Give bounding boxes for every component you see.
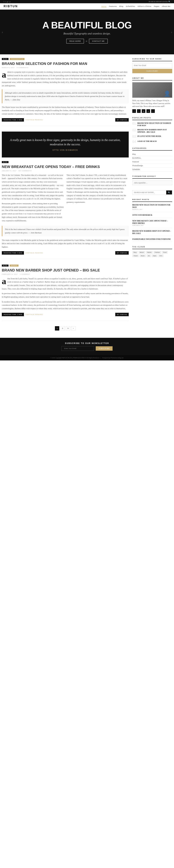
popular-post-title-2: BRAND NEW BARBER SHOP JUST OPENED – BIG … — [137, 128, 172, 133]
sidebar: SUBSCRIBE TO OUR NEWS SUBSCRIBE! ABOUT M… — [132, 58, 172, 334]
about-facebook-icon[interactable]: f — [132, 109, 136, 113]
subscribe-button[interactable]: SUBSCRIBE! — [132, 69, 172, 73]
nav-schedules[interactable]: Schedules — [126, 5, 135, 7]
nav-pages[interactable]: Pages — [154, 5, 160, 7]
popular-post-2[interactable]: 02 BRAND NEW BARBER SHOP JUST OPENED – B… — [132, 128, 172, 133]
hero-contact-button[interactable]: CONTACT ME — [89, 39, 108, 43]
article-meta-cafe: JANUARY 8, 2017 NO COMMENTS — [2, 170, 129, 172]
article-intro: ashion is a popular style or practice, e… — [2, 70, 129, 87]
hero-read-more-button[interactable]: READ MORE — [66, 39, 84, 43]
top-search[interactable]: SEARCH AND HIT ENTER 🔍 — [149, 1, 170, 3]
article-meta-fashion: MARCH 5, 2017 5 COMMENTS — [2, 67, 129, 68]
author-barber: BY: RIBTUN — [115, 313, 129, 316]
page-next-button[interactable]: › — [71, 326, 76, 331]
google-icon[interactable]: g+ — [7, 1, 9, 3]
nav-home[interactable]: Home — [101, 5, 107, 7]
brand-logo[interactable]: RIBTUN — [4, 5, 18, 8]
about-twitter-icon[interactable]: t — [137, 109, 141, 113]
popular-post-num-4: 04 — [132, 140, 136, 143]
continue-reading-cafe[interactable]: Continue reading — [25, 252, 114, 254]
twitter-icon[interactable]: t — [5, 1, 6, 3]
tag-cloud-art[interactable]: Art — [147, 254, 151, 257]
page-2-button[interactable]: 2 — [60, 326, 65, 331]
nav-blog[interactable]: Blog — [119, 5, 123, 7]
article-comments-barber: 1 COMMENT — [20, 274, 30, 275]
tag-cloud-fashion[interactable]: Fashion — [153, 251, 161, 254]
search-button[interactable]: 🔍 — [166, 190, 172, 194]
page-1-button[interactable]: 1 — [55, 326, 59, 331]
tag-barber[interactable]: Barber — [9, 265, 19, 267]
nav-features[interactable]: Features — [109, 5, 117, 7]
tag-cloud-nyc[interactable]: NYc — [158, 254, 164, 257]
article-extra: The Haute house was the name established… — [2, 105, 129, 116]
recent-post-1[interactable]: BRAND NEW SELECTION OF FASHION FOR MAN M… — [132, 204, 172, 212]
article-comments-cafe: NO COMMENTS — [19, 170, 32, 172]
popular-post-3[interactable]: 03 IN LOVE WITH THIS BOOK — [132, 135, 172, 138]
tag-blog-cafe[interactable]: Blog — [2, 161, 8, 163]
continue-reading-barber[interactable]: Continue reading — [25, 314, 114, 315]
tag-cloud-travel[interactable]: Travel — [132, 254, 139, 257]
footer-newsletter-input[interactable] — [61, 346, 94, 351]
recent-post-2[interactable]: OTTO VON BISMARCK — [132, 214, 172, 218]
article-cafe-p2: This is the 2nd Column. In about 1765, a… — [66, 174, 129, 204]
category-schedules[interactable]: Schedules — [132, 167, 172, 172]
recent-post-3[interactable]: NEW BREAKFAST CAFE OPENS TODAY – FREE DR… — [132, 220, 172, 228]
continue-reading-fashion[interactable]: Continue reading — [25, 119, 114, 121]
popular-post-num-3: 03 — [132, 135, 136, 138]
search-input[interactable] — [133, 190, 166, 194]
nav-editors-choice[interactable]: Editor's Choice — [138, 5, 151, 7]
article-comments: 5 COMMENTS — [17, 67, 28, 68]
popular-post-1[interactable]: 01 BRAND NEW SELECTION OF FASHION FOR MA… — [132, 122, 172, 127]
barber-p1: arber from the Latin barba, 'beard') is … — [2, 277, 129, 290]
recent-post-meta-3: JANUARY 8, 2017 — [132, 225, 172, 226]
about-rss-icon[interactable]: r — [151, 109, 155, 113]
footer-newsletter-title: SUBSCRIBE TO OUR NEWSLETTER — [4, 342, 170, 344]
hero-or-text: or — [86, 40, 87, 42]
tag-blog-barber[interactable]: Blog — [2, 265, 8, 267]
tag-cloud-style[interactable]: Style — [152, 254, 157, 257]
pagination: 1 2 3 › — [2, 326, 129, 331]
popular-post-4[interactable]: 04 A DAY AT THE BEACH — [132, 140, 172, 143]
category-blogroll[interactable]: BLOGROLL — [132, 156, 172, 160]
article-body-fashion: ashion is a popular style or practice, e… — [2, 70, 129, 116]
typewriter-input[interactable] — [132, 181, 172, 185]
footer-newsletter-button[interactable]: SUBSCRIBE — [96, 346, 113, 351]
article-date: MARCH 5, 2017 — [2, 67, 15, 68]
recent-post-4[interactable]: BRAND NEW BARBER SHOP JUST OPENED – BIG … — [132, 230, 172, 236]
article-cafe: Blog NEW BREAKFAST CAFE OPENS TODAY – FR… — [2, 161, 129, 259]
quote-text: A really great man is known by three sig… — [9, 138, 121, 147]
search-icon[interactable]: 🔍 — [168, 1, 170, 3]
category-photos[interactable]: Photos/Design — [132, 164, 172, 167]
tag-cloud-beach[interactable]: Beach — [139, 251, 145, 254]
article-footer-fashion: READING TIME: 2 MIN Continue reading BY:… — [2, 118, 129, 122]
category-blog[interactable]: Blog — [132, 152, 172, 156]
article-barber: Blog Barber BRAND NEW BARBER SHOP JUST O… — [2, 265, 129, 321]
popular-post-num-2: 02 — [132, 128, 136, 132]
page-3-button[interactable]: 3 — [66, 326, 70, 331]
pullquote-text: This is the best restaurant I have ever … — [5, 228, 124, 234]
about-pinterest-icon[interactable]: p — [146, 109, 150, 113]
pinterest-icon[interactable]: p — [9, 1, 10, 3]
tag-blog[interactable]: Blog — [2, 58, 8, 60]
article-tags-barber: Blog Barber — [2, 265, 129, 267]
social-icons-top[interactable]: f t g+ p — [4, 1, 10, 3]
hero-next-arrow[interactable]: › — [171, 30, 172, 34]
about-google-icon[interactable]: g — [142, 109, 145, 113]
tag-cloud-nature[interactable]: Nature — [146, 251, 153, 254]
sidebar-popular-posts: POPULAR POSTS 01 BRAND NEW SELECTION OF … — [132, 117, 172, 143]
hero-prev-arrow[interactable]: ‹ — [2, 30, 3, 34]
sidebar-typewriter: Typewriter Effect — [132, 176, 172, 186]
tag-fashion[interactable]: Fashion/Style — [9, 58, 25, 60]
facebook-icon[interactable]: f — [4, 1, 4, 3]
nav-about[interactable]: About Me — [162, 5, 170, 7]
article-meta-barber: FEBRUARY 8, 2017 1 COMMENT — [2, 274, 129, 275]
category-featured[interactable]: Featured — [132, 160, 172, 164]
recent-post-5[interactable]: FASHIONABLE SWEATERS FOR EVERYONE — [132, 238, 172, 242]
reading-time-fashion: READING TIME: 2 MIN — [2, 118, 24, 122]
tag-cloud-music[interactable]: Music — [140, 254, 146, 257]
subscribe-email-input[interactable] — [132, 63, 172, 68]
reading-time-barber: READING TIME: 3 MIN — [2, 313, 24, 316]
barber-p3: In modern times, the term 'barber' is us… — [2, 300, 129, 310]
tag-cloud-food[interactable]: Food — [162, 251, 168, 254]
tag-cloud-blog[interactable]: Blog — [132, 251, 138, 254]
